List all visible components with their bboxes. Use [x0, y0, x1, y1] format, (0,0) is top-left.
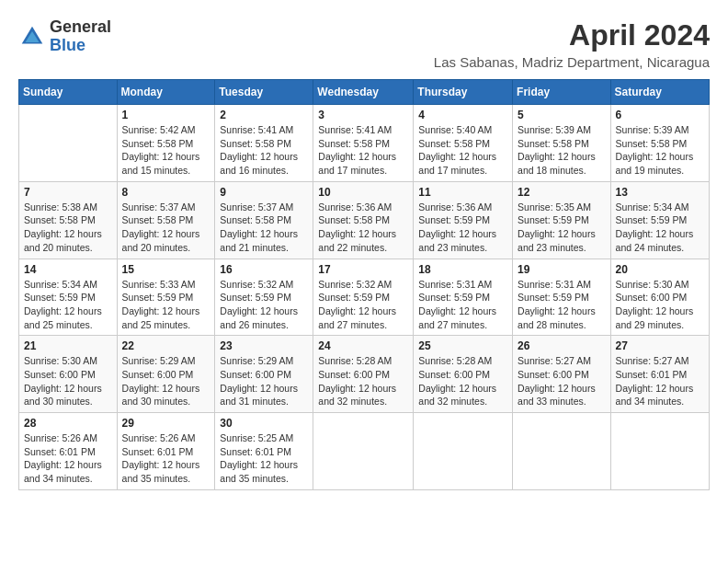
- day-number: 6: [616, 109, 704, 121]
- calendar-cell: 6Sunrise: 5:39 AM Sunset: 5:58 PM Daylig…: [610, 105, 709, 182]
- day-number: 2: [220, 109, 308, 121]
- calendar-cell: [610, 413, 709, 490]
- day-info: Sunrise: 5:28 AM Sunset: 6:00 PM Dayligh…: [418, 354, 507, 408]
- day-info: Sunrise: 5:36 AM Sunset: 5:58 PM Dayligh…: [318, 201, 408, 255]
- calendar-header-row: SundayMondayTuesdayWednesdayThursdayFrid…: [19, 80, 710, 105]
- day-number: 10: [318, 186, 408, 199]
- day-info: Sunrise: 5:27 AM Sunset: 6:01 PM Dayligh…: [616, 354, 704, 408]
- day-info: Sunrise: 5:29 AM Sunset: 6:00 PM Dayligh…: [122, 354, 210, 408]
- calendar-cell: 13Sunrise: 5:34 AM Sunset: 5:59 PM Dayli…: [610, 181, 709, 259]
- day-info: Sunrise: 5:28 AM Sunset: 6:00 PM Dayligh…: [318, 354, 408, 408]
- calendar-cell: 10Sunrise: 5:36 AM Sunset: 5:58 PM Dayli…: [313, 181, 414, 259]
- day-info: Sunrise: 5:34 AM Sunset: 5:59 PM Dayligh…: [616, 201, 704, 255]
- day-info: Sunrise: 5:39 AM Sunset: 5:58 PM Dayligh…: [518, 123, 606, 178]
- location-text: Las Sabanas, Madriz Department, Nicaragu…: [434, 54, 710, 70]
- calendar-week-row: 7Sunrise: 5:38 AM Sunset: 5:58 PM Daylig…: [19, 181, 710, 259]
- day-number: 30: [220, 417, 308, 430]
- calendar-cell: 1Sunrise: 5:42 AM Sunset: 5:58 PM Daylig…: [117, 105, 215, 182]
- day-number: 12: [518, 186, 606, 199]
- calendar-header-sunday: Sunday: [19, 80, 118, 105]
- day-number: 8: [122, 186, 210, 199]
- day-number: 24: [318, 339, 408, 352]
- day-number: 21: [24, 339, 112, 352]
- calendar-cell: [414, 413, 513, 490]
- day-number: 18: [418, 263, 507, 276]
- calendar-cell: 19Sunrise: 5:31 AM Sunset: 5:59 PM Dayli…: [513, 259, 611, 336]
- calendar-cell: 20Sunrise: 5:30 AM Sunset: 6:00 PM Dayli…: [610, 259, 709, 336]
- day-info: Sunrise: 5:38 AM Sunset: 5:58 PM Dayligh…: [24, 201, 112, 255]
- day-info: Sunrise: 5:31 AM Sunset: 5:59 PM Dayligh…: [418, 278, 507, 332]
- calendar-week-row: 14Sunrise: 5:34 AM Sunset: 5:59 PM Dayli…: [19, 259, 710, 336]
- calendar-cell: 4Sunrise: 5:40 AM Sunset: 5:58 PM Daylig…: [414, 105, 513, 182]
- calendar-header-monday: Monday: [117, 80, 215, 105]
- logo-icon: [18, 23, 46, 51]
- day-info: Sunrise: 5:26 AM Sunset: 6:01 PM Dayligh…: [24, 431, 112, 486]
- calendar-cell: 8Sunrise: 5:37 AM Sunset: 5:58 PM Daylig…: [117, 181, 215, 259]
- calendar-cell: [513, 413, 611, 490]
- calendar-cell: [19, 105, 118, 182]
- calendar-cell: 15Sunrise: 5:33 AM Sunset: 5:59 PM Dayli…: [117, 259, 215, 336]
- calendar-cell: 21Sunrise: 5:30 AM Sunset: 6:00 PM Dayli…: [19, 336, 118, 413]
- calendar-cell: 14Sunrise: 5:34 AM Sunset: 5:59 PM Dayli…: [19, 259, 118, 336]
- day-info: Sunrise: 5:40 AM Sunset: 5:58 PM Dayligh…: [418, 123, 507, 178]
- calendar-header-friday: Friday: [513, 80, 611, 105]
- calendar-header-tuesday: Tuesday: [215, 80, 313, 105]
- day-number: 1: [122, 109, 210, 121]
- day-info: Sunrise: 5:30 AM Sunset: 6:00 PM Dayligh…: [616, 278, 704, 332]
- calendar-cell: 7Sunrise: 5:38 AM Sunset: 5:58 PM Daylig…: [19, 181, 118, 259]
- calendar-cell: 30Sunrise: 5:25 AM Sunset: 6:01 PM Dayli…: [215, 413, 313, 490]
- calendar-cell: 28Sunrise: 5:26 AM Sunset: 6:01 PM Dayli…: [19, 413, 118, 490]
- calendar-cell: 18Sunrise: 5:31 AM Sunset: 5:59 PM Dayli…: [414, 259, 513, 336]
- calendar-body: 1Sunrise: 5:42 AM Sunset: 5:58 PM Daylig…: [19, 105, 710, 490]
- calendar-cell: 27Sunrise: 5:27 AM Sunset: 6:01 PM Dayli…: [610, 336, 709, 413]
- day-info: Sunrise: 5:41 AM Sunset: 5:58 PM Dayligh…: [220, 123, 308, 178]
- calendar-cell: 29Sunrise: 5:26 AM Sunset: 6:01 PM Dayli…: [117, 413, 215, 490]
- day-number: 11: [418, 186, 507, 199]
- day-number: 19: [518, 263, 606, 276]
- day-info: Sunrise: 5:29 AM Sunset: 6:00 PM Dayligh…: [220, 354, 308, 408]
- day-number: 25: [418, 339, 507, 352]
- day-number: 20: [616, 263, 704, 276]
- day-info: Sunrise: 5:36 AM Sunset: 5:59 PM Dayligh…: [418, 201, 507, 255]
- calendar-cell: 17Sunrise: 5:32 AM Sunset: 5:59 PM Dayli…: [313, 259, 414, 336]
- calendar-header-saturday: Saturday: [610, 80, 709, 105]
- day-info: Sunrise: 5:26 AM Sunset: 6:01 PM Dayligh…: [122, 431, 210, 486]
- day-number: 14: [24, 263, 112, 276]
- calendar-week-row: 21Sunrise: 5:30 AM Sunset: 6:00 PM Dayli…: [19, 336, 710, 413]
- calendar-cell: 22Sunrise: 5:29 AM Sunset: 6:00 PM Dayli…: [117, 336, 215, 413]
- day-info: Sunrise: 5:42 AM Sunset: 5:58 PM Dayligh…: [122, 123, 210, 178]
- day-number: 9: [220, 186, 308, 199]
- calendar-header-thursday: Thursday: [414, 80, 513, 105]
- title-area: April 2024 Las Sabanas, Madriz Departmen…: [434, 18, 710, 70]
- day-info: Sunrise: 5:32 AM Sunset: 5:59 PM Dayligh…: [220, 278, 308, 332]
- day-info: Sunrise: 5:39 AM Sunset: 5:58 PM Dayligh…: [616, 123, 704, 178]
- day-info: Sunrise: 5:31 AM Sunset: 5:59 PM Dayligh…: [518, 278, 606, 332]
- day-info: Sunrise: 5:25 AM Sunset: 6:01 PM Dayligh…: [220, 431, 308, 486]
- day-number: 5: [518, 109, 606, 121]
- day-info: Sunrise: 5:37 AM Sunset: 5:58 PM Dayligh…: [220, 201, 308, 255]
- day-number: 17: [318, 263, 408, 276]
- calendar-cell: 24Sunrise: 5:28 AM Sunset: 6:00 PM Dayli…: [313, 336, 414, 413]
- calendar-week-row: 28Sunrise: 5:26 AM Sunset: 6:01 PM Dayli…: [19, 413, 710, 490]
- day-number: 26: [518, 339, 606, 352]
- logo: General Blue: [18, 18, 111, 55]
- day-number: 13: [616, 186, 704, 199]
- day-info: Sunrise: 5:27 AM Sunset: 6:00 PM Dayligh…: [518, 354, 606, 408]
- calendar-cell: 5Sunrise: 5:39 AM Sunset: 5:58 PM Daylig…: [513, 105, 611, 182]
- calendar-header-wednesday: Wednesday: [313, 80, 414, 105]
- page-header: General Blue April 2024 Las Sabanas, Mad…: [18, 18, 710, 70]
- day-number: 3: [318, 109, 408, 121]
- day-info: Sunrise: 5:35 AM Sunset: 5:59 PM Dayligh…: [518, 201, 606, 255]
- calendar-cell: 26Sunrise: 5:27 AM Sunset: 6:00 PM Dayli…: [513, 336, 611, 413]
- day-number: 16: [220, 263, 308, 276]
- calendar-cell: 16Sunrise: 5:32 AM Sunset: 5:59 PM Dayli…: [215, 259, 313, 336]
- day-number: 29: [122, 417, 210, 430]
- day-number: 27: [616, 339, 704, 352]
- day-info: Sunrise: 5:41 AM Sunset: 5:58 PM Dayligh…: [318, 123, 408, 178]
- day-number: 23: [220, 339, 308, 352]
- month-title: April 2024: [434, 18, 710, 52]
- day-number: 22: [122, 339, 210, 352]
- logo-general-text: General: [50, 18, 111, 37]
- logo-blue-text: Blue: [50, 37, 111, 55]
- calendar-cell: 25Sunrise: 5:28 AM Sunset: 6:00 PM Dayli…: [414, 336, 513, 413]
